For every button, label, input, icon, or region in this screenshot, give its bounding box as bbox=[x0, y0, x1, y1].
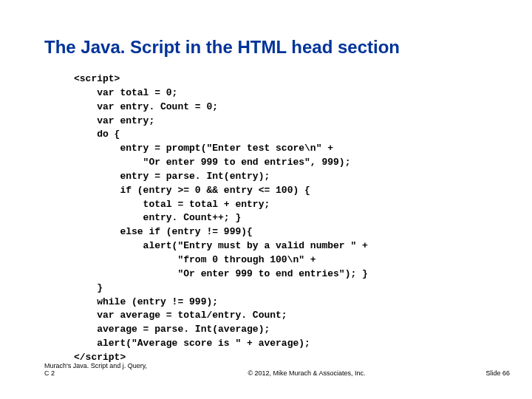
slide-title: The Java. Script in the HTML head sectio… bbox=[44, 37, 488, 58]
slide-footer: Murach's Java. Script and j. Query, C 2 … bbox=[44, 362, 510, 377]
code-snippet: <script> var total = 0; var entry. Count… bbox=[44, 72, 488, 365]
presentation-slide: The Java. Script in the HTML head sectio… bbox=[0, 0, 532, 399]
footer-slide-number: Slide 66 bbox=[466, 369, 510, 377]
footer-book-reference: Murach's Java. Script and j. Query, C 2 bbox=[44, 362, 148, 377]
footer-copyright: © 2012, Mike Murach & Associates, Inc. bbox=[148, 369, 466, 377]
